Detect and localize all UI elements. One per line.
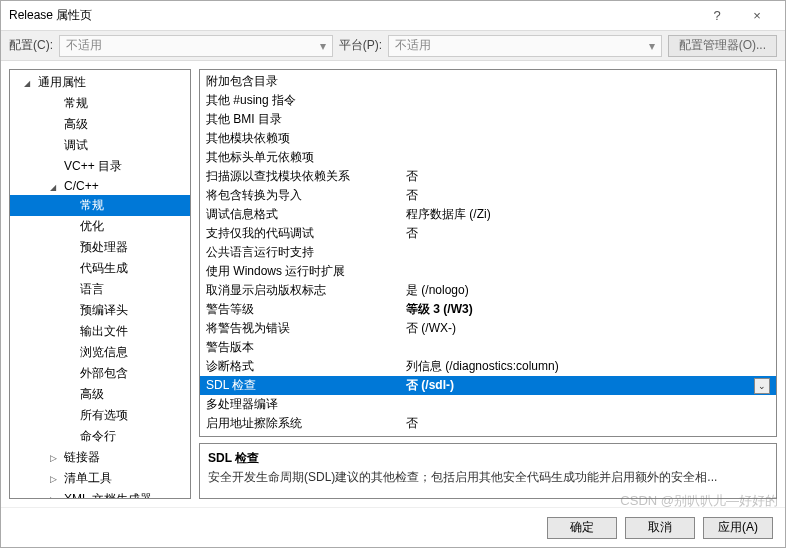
category-tree[interactable]: 通用属性常规高级调试VC++ 目录C/C++常规优化预处理器代码生成语言预编译头… — [9, 69, 191, 499]
config-manager-button[interactable]: 配置管理器(O)... — [668, 35, 777, 57]
property-row[interactable]: 其他模块依赖项 — [200, 129, 776, 148]
property-row[interactable]: 其他标头单元依赖项 — [200, 148, 776, 167]
tree-label: 链接器 — [64, 449, 100, 466]
property-row[interactable]: 其他 BMI 目录 — [200, 110, 776, 129]
tree-node[interactable]: 预处理器 — [10, 237, 190, 258]
expand-arrow-icon[interactable] — [24, 77, 38, 88]
property-name: 其他 BMI 目录 — [206, 111, 406, 128]
tree-node[interactable]: 高级 — [10, 384, 190, 405]
platform-label: 平台(P): — [339, 37, 382, 54]
property-grid[interactable]: 附加包含目录其他 #using 指令其他 BMI 目录其他模块依赖项其他标头单元… — [199, 69, 777, 437]
tree-node[interactable]: 常规 — [10, 93, 190, 114]
property-row[interactable]: 支持仅我的代码调试否 — [200, 224, 776, 243]
tree-label: 清单工具 — [64, 470, 112, 487]
desc-title: SDL 检查 — [208, 450, 768, 467]
property-row[interactable]: 调试信息格式程序数据库 (/Zi) — [200, 205, 776, 224]
tree-node[interactable]: C/C++ — [10, 177, 190, 195]
tree-node[interactable]: 链接器 — [10, 447, 190, 468]
property-value: 程序数据库 (/Zi) — [406, 206, 770, 223]
tree-node[interactable]: 常规 — [10, 195, 190, 216]
property-name: 扫描源以查找模块依赖关系 — [206, 168, 406, 185]
property-value: 否 — [406, 187, 770, 204]
property-row[interactable]: 附加包含目录 — [200, 72, 776, 91]
tree-node[interactable]: 高级 — [10, 114, 190, 135]
property-value: 否 — [406, 168, 770, 185]
property-row[interactable]: 警告版本 — [200, 338, 776, 357]
property-row[interactable]: 扫描源以查找模块依赖关系否 — [200, 167, 776, 186]
property-row[interactable]: 取消显示启动版权标志是 (/nologo) — [200, 281, 776, 300]
property-name: 公共语言运行时支持 — [206, 244, 406, 261]
property-value: 等级 3 (/W3) — [406, 301, 770, 318]
tree-label: 语言 — [80, 281, 104, 298]
description-panel: SDL 检查 安全开发生命周期(SDL)建议的其他检查；包括启用其他安全代码生成… — [199, 443, 777, 499]
tree-node[interactable]: 浏览信息 — [10, 342, 190, 363]
dialog-footer: 确定 取消 应用(A) — [1, 507, 785, 547]
tree-label: 预编译头 — [80, 302, 128, 319]
property-value: 是 (/nologo) — [406, 282, 770, 299]
tree-node[interactable]: 语言 — [10, 279, 190, 300]
tree-label: 高级 — [64, 116, 88, 133]
tree-node[interactable]: 所有选项 — [10, 405, 190, 426]
property-name: 其他标头单元依赖项 — [206, 149, 406, 166]
tree-label: 高级 — [80, 386, 104, 403]
tree-node[interactable]: 通用属性 — [10, 72, 190, 93]
expand-arrow-icon[interactable] — [50, 181, 64, 192]
help-button[interactable]: ? — [697, 8, 737, 23]
expand-arrow-icon[interactable] — [50, 473, 64, 484]
config-toolbar: 配置(C): 不适用 平台(P): 不适用 配置管理器(O)... — [1, 31, 785, 61]
property-value: 否 (/sdl-) — [406, 377, 754, 394]
desc-body: 安全开发生命周期(SDL)建议的其他检查；包括启用其他安全代码生成功能并启用额外… — [208, 469, 768, 486]
tree-node[interactable]: 预编译头 — [10, 300, 190, 321]
tree-label: 预处理器 — [80, 239, 128, 256]
tree-label: 优化 — [80, 218, 104, 235]
property-row[interactable]: 公共语言运行时支持 — [200, 243, 776, 262]
tree-label: 代码生成 — [80, 260, 128, 277]
tree-node[interactable]: 外部包含 — [10, 363, 190, 384]
property-row[interactable]: 其他 #using 指令 — [200, 91, 776, 110]
property-row[interactable]: 警告等级等级 3 (/W3) — [200, 300, 776, 319]
close-button[interactable]: × — [737, 8, 777, 23]
tree-node[interactable]: VC++ 目录 — [10, 156, 190, 177]
tree-node[interactable]: 调试 — [10, 135, 190, 156]
tree-label: C/C++ — [64, 179, 99, 193]
property-row[interactable]: 诊断格式列信息 (/diagnostics:column) — [200, 357, 776, 376]
expand-arrow-icon[interactable] — [50, 494, 64, 499]
tree-label: XML 文档生成器 — [64, 491, 152, 499]
tree-node[interactable]: 输出文件 — [10, 321, 190, 342]
property-row[interactable]: 将包含转换为导入否 — [200, 186, 776, 205]
tree-node[interactable]: 优化 — [10, 216, 190, 237]
tree-label: 所有选项 — [80, 407, 128, 424]
tree-label: 调试 — [64, 137, 88, 154]
property-name: 调试信息格式 — [206, 206, 406, 223]
property-row[interactable]: SDL 检查否 (/sdl-)⌄ — [200, 376, 776, 395]
tree-label: 常规 — [64, 95, 88, 112]
property-name: 其他模块依赖项 — [206, 130, 406, 147]
property-name: 启用地址擦除系统 — [206, 415, 406, 432]
tree-node[interactable]: 清单工具 — [10, 468, 190, 489]
tree-node[interactable]: 命令行 — [10, 426, 190, 447]
property-row[interactable]: 使用 Windows 运行时扩展 — [200, 262, 776, 281]
tree-label: 输出文件 — [80, 323, 128, 340]
property-name: 将警告视为错误 — [206, 320, 406, 337]
property-name: 附加包含目录 — [206, 73, 406, 90]
property-name: 使用 Windows 运行时扩展 — [206, 263, 406, 280]
tree-label: 命令行 — [80, 428, 116, 445]
property-name: 多处理器编译 — [206, 396, 406, 413]
tree-label: 外部包含 — [80, 365, 128, 382]
property-value: 否 — [406, 225, 770, 242]
cancel-button[interactable]: 取消 — [625, 517, 695, 539]
tree-node[interactable]: XML 文档生成器 — [10, 489, 190, 499]
property-row[interactable]: 启用地址擦除系统否 — [200, 414, 776, 433]
ok-button[interactable]: 确定 — [547, 517, 617, 539]
apply-button[interactable]: 应用(A) — [703, 517, 773, 539]
platform-combo[interactable]: 不适用 — [388, 35, 662, 57]
tree-node[interactable]: 代码生成 — [10, 258, 190, 279]
property-name: 诊断格式 — [206, 358, 406, 375]
config-combo[interactable]: 不适用 — [59, 35, 333, 57]
property-value: 否 — [406, 415, 770, 432]
dropdown-icon[interactable]: ⌄ — [754, 378, 770, 394]
expand-arrow-icon[interactable] — [50, 452, 64, 463]
property-row[interactable]: 将警告视为错误否 (/WX-) — [200, 319, 776, 338]
property-name: 取消显示启动版权标志 — [206, 282, 406, 299]
property-row[interactable]: 多处理器编译 — [200, 395, 776, 414]
